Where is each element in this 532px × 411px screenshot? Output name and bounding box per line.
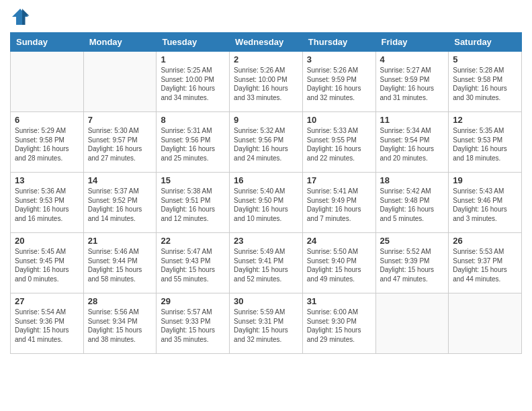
calendar-cell	[375, 293, 449, 354]
day-number: 30	[234, 296, 298, 306]
day-info: Sunrise: 5:57 AM Sunset: 9:33 PM Dayligh…	[161, 308, 225, 344]
day-header-thursday: Thursday	[302, 33, 375, 52]
calendar-cell: 3Sunrise: 5:26 AM Sunset: 9:59 PM Daylig…	[302, 52, 375, 112]
day-info: Sunrise: 5:47 AM Sunset: 9:43 PM Dayligh…	[161, 247, 225, 283]
day-info: Sunrise: 5:37 AM Sunset: 9:52 PM Dayligh…	[88, 187, 152, 223]
calendar-cell: 17Sunrise: 5:41 AM Sunset: 9:49 PM Dayli…	[302, 173, 375, 233]
calendar-week-3: 13Sunrise: 5:36 AM Sunset: 9:53 PM Dayli…	[11, 173, 522, 233]
day-number: 13	[15, 175, 79, 185]
day-info: Sunrise: 5:34 AM Sunset: 9:54 PM Dayligh…	[380, 126, 445, 163]
day-header-tuesday: Tuesday	[157, 33, 230, 52]
day-info: Sunrise: 5:38 AM Sunset: 9:51 PM Dayligh…	[161, 187, 225, 223]
calendar-cell: 5Sunrise: 5:28 AM Sunset: 9:58 PM Daylig…	[449, 52, 522, 112]
day-info: Sunrise: 5:50 AM Sunset: 9:40 PM Dayligh…	[307, 247, 371, 283]
calendar-cell: 11Sunrise: 5:34 AM Sunset: 9:54 PM Dayli…	[375, 112, 449, 173]
day-info: Sunrise: 5:49 AM Sunset: 9:41 PM Dayligh…	[234, 247, 298, 283]
calendar-cell	[449, 293, 522, 354]
day-info: Sunrise: 5:26 AM Sunset: 9:59 PM Dayligh…	[307, 66, 371, 102]
day-number: 6	[15, 115, 79, 125]
calendar-cell: 19Sunrise: 5:43 AM Sunset: 9:46 PM Dayli…	[449, 173, 522, 233]
calendar-cell: 1Sunrise: 5:25 AM Sunset: 10:00 PM Dayli…	[157, 52, 230, 112]
calendar-week-5: 27Sunrise: 5:54 AM Sunset: 9:36 PM Dayli…	[11, 293, 522, 354]
day-info: Sunrise: 5:59 AM Sunset: 9:31 PM Dayligh…	[234, 308, 298, 344]
day-number: 7	[88, 115, 152, 125]
calendar-cell: 7Sunrise: 5:30 AM Sunset: 9:57 PM Daylig…	[83, 112, 157, 173]
day-number: 2	[234, 54, 298, 64]
day-info: Sunrise: 5:46 AM Sunset: 9:44 PM Dayligh…	[88, 247, 152, 283]
day-info: Sunrise: 5:29 AM Sunset: 9:58 PM Dayligh…	[15, 126, 79, 163]
day-number: 1	[161, 54, 225, 64]
calendar-cell: 27Sunrise: 5:54 AM Sunset: 9:36 PM Dayli…	[11, 293, 84, 354]
calendar-cell: 21Sunrise: 5:46 AM Sunset: 9:44 PM Dayli…	[83, 233, 157, 293]
calendar-cell: 29Sunrise: 5:57 AM Sunset: 9:33 PM Dayli…	[157, 293, 230, 354]
day-number: 14	[88, 175, 152, 185]
calendar-cell: 8Sunrise: 5:31 AM Sunset: 9:56 PM Daylig…	[157, 112, 230, 173]
calendar-cell	[83, 52, 157, 112]
day-number: 3	[307, 54, 371, 64]
calendar-cell: 15Sunrise: 5:38 AM Sunset: 9:51 PM Dayli…	[157, 173, 230, 233]
calendar-cell: 28Sunrise: 5:56 AM Sunset: 9:34 PM Dayli…	[83, 293, 157, 354]
logo-icon	[10, 7, 30, 27]
calendar-header-row: SundayMondayTuesdayWednesdayThursdayFrid…	[11, 33, 522, 52]
calendar-cell: 22Sunrise: 5:47 AM Sunset: 9:43 PM Dayli…	[157, 233, 230, 293]
calendar-cell: 24Sunrise: 5:50 AM Sunset: 9:40 PM Dayli…	[302, 233, 375, 293]
logo	[10, 7, 32, 27]
day-number: 11	[380, 115, 445, 125]
day-info: Sunrise: 5:31 AM Sunset: 9:56 PM Dayligh…	[161, 126, 225, 163]
day-number: 18	[380, 175, 445, 185]
day-header-friday: Friday	[375, 33, 449, 52]
day-number: 25	[380, 236, 445, 246]
calendar-cell: 9Sunrise: 5:32 AM Sunset: 9:56 PM Daylig…	[230, 112, 303, 173]
day-info: Sunrise: 5:56 AM Sunset: 9:34 PM Dayligh…	[88, 308, 152, 344]
day-info: Sunrise: 5:45 AM Sunset: 9:45 PM Dayligh…	[15, 247, 79, 283]
day-number: 26	[453, 236, 517, 246]
day-number: 28	[88, 296, 152, 306]
calendar-cell: 16Sunrise: 5:40 AM Sunset: 9:50 PM Dayli…	[230, 173, 303, 233]
header	[10, 7, 522, 27]
day-info: Sunrise: 5:42 AM Sunset: 9:48 PM Dayligh…	[380, 187, 445, 223]
day-info: Sunrise: 5:43 AM Sunset: 9:46 PM Dayligh…	[453, 187, 517, 223]
day-number: 20	[15, 236, 79, 246]
day-info: Sunrise: 6:00 AM Sunset: 9:30 PM Dayligh…	[307, 308, 371, 344]
day-number: 12	[453, 115, 517, 125]
calendar-cell: 14Sunrise: 5:37 AM Sunset: 9:52 PM Dayli…	[83, 173, 157, 233]
day-number: 16	[234, 175, 298, 185]
calendar-cell: 31Sunrise: 6:00 AM Sunset: 9:30 PM Dayli…	[302, 293, 375, 354]
calendar-week-1: 1Sunrise: 5:25 AM Sunset: 10:00 PM Dayli…	[11, 52, 522, 112]
day-number: 29	[161, 296, 225, 306]
day-info: Sunrise: 5:30 AM Sunset: 9:57 PM Dayligh…	[88, 126, 152, 163]
day-header-monday: Monday	[83, 33, 157, 52]
calendar-week-4: 20Sunrise: 5:45 AM Sunset: 9:45 PM Dayli…	[11, 233, 522, 293]
calendar-week-2: 6Sunrise: 5:29 AM Sunset: 9:58 PM Daylig…	[11, 112, 522, 173]
day-number: 19	[453, 175, 517, 185]
day-header-saturday: Saturday	[449, 33, 522, 52]
day-info: Sunrise: 5:35 AM Sunset: 9:53 PM Dayligh…	[453, 126, 517, 163]
day-number: 4	[380, 54, 445, 64]
calendar-cell: 13Sunrise: 5:36 AM Sunset: 9:53 PM Dayli…	[11, 173, 84, 233]
day-info: Sunrise: 5:53 AM Sunset: 9:37 PM Dayligh…	[453, 247, 517, 283]
calendar-cell: 12Sunrise: 5:35 AM Sunset: 9:53 PM Dayli…	[449, 112, 522, 173]
calendar-cell: 6Sunrise: 5:29 AM Sunset: 9:58 PM Daylig…	[11, 112, 84, 173]
day-number: 27	[15, 296, 79, 306]
day-number: 10	[307, 115, 371, 125]
day-info: Sunrise: 5:54 AM Sunset: 9:36 PM Dayligh…	[15, 308, 79, 344]
day-info: Sunrise: 5:41 AM Sunset: 9:49 PM Dayligh…	[307, 187, 371, 223]
calendar-cell: 2Sunrise: 5:26 AM Sunset: 10:00 PM Dayli…	[230, 52, 303, 112]
calendar-cell: 10Sunrise: 5:33 AM Sunset: 9:55 PM Dayli…	[302, 112, 375, 173]
day-info: Sunrise: 5:28 AM Sunset: 9:58 PM Dayligh…	[453, 66, 517, 102]
day-info: Sunrise: 5:25 AM Sunset: 10:00 PM Daylig…	[161, 66, 225, 102]
day-number: 23	[234, 236, 298, 246]
svg-marker-0	[12, 9, 28, 25]
day-info: Sunrise: 5:32 AM Sunset: 9:56 PM Dayligh…	[234, 126, 298, 163]
calendar-cell: 4Sunrise: 5:27 AM Sunset: 9:59 PM Daylig…	[375, 52, 449, 112]
calendar-cell: 23Sunrise: 5:49 AM Sunset: 9:41 PM Dayli…	[230, 233, 303, 293]
day-info: Sunrise: 5:40 AM Sunset: 9:50 PM Dayligh…	[234, 187, 298, 223]
day-number: 9	[234, 115, 298, 125]
calendar-cell: 18Sunrise: 5:42 AM Sunset: 9:48 PM Dayli…	[375, 173, 449, 233]
day-header-wednesday: Wednesday	[230, 33, 303, 52]
day-number: 15	[161, 175, 225, 185]
day-number: 17	[307, 175, 371, 185]
calendar-cell: 25Sunrise: 5:52 AM Sunset: 9:39 PM Dayli…	[375, 233, 449, 293]
day-number: 21	[88, 236, 152, 246]
day-info: Sunrise: 5:33 AM Sunset: 9:55 PM Dayligh…	[307, 126, 371, 163]
